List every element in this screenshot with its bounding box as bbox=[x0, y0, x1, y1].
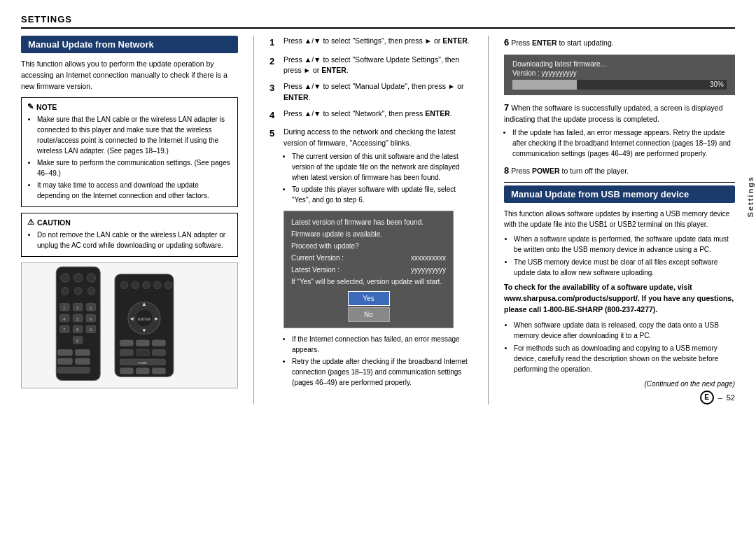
dialog-line-2: Firmware update is available. bbox=[291, 229, 446, 239]
left-column: Manual Update from Network This function… bbox=[21, 36, 238, 405]
svg-text:ENTER: ENTER bbox=[138, 317, 150, 321]
svg-rect-31 bbox=[57, 367, 90, 373]
note-item: Make sure to perform the communication s… bbox=[37, 157, 232, 178]
step-4-content: Press ▲/▼ to select "Network", then pres… bbox=[284, 108, 472, 122]
page-circle: E bbox=[700, 391, 714, 405]
caution-list: Do not remove the LAN cable or the wirel… bbox=[27, 230, 232, 251]
step-5-bullet-2: To update this player software with upda… bbox=[292, 184, 472, 205]
progress-bar-fill bbox=[512, 80, 577, 90]
section-divider bbox=[504, 182, 735, 183]
svg-point-37 bbox=[164, 281, 172, 288]
step-5: 5 During access to the network and check… bbox=[270, 127, 472, 389]
dialog-buttons: Yes No bbox=[291, 291, 446, 322]
step-8-num: 8 bbox=[504, 165, 509, 176]
step-3-num: 3 bbox=[270, 81, 279, 104]
caution-header: CAUTION bbox=[27, 218, 232, 227]
after-dialog-bullet-2: Retry the update after checking if the b… bbox=[292, 356, 472, 388]
step-7-bullets: If the update has failed, an error messa… bbox=[504, 127, 735, 159]
svg-rect-46 bbox=[136, 340, 149, 346]
current-version-value: xxxxxxxxxx bbox=[411, 253, 446, 263]
step-7-bullet-1: If the update has failed, an error messa… bbox=[512, 127, 735, 159]
step-2-content: Press ▲/▼ to select "Software Update Set… bbox=[284, 55, 472, 77]
svg-rect-54 bbox=[136, 368, 149, 374]
note-header: NOTE bbox=[27, 102, 232, 111]
svg-text:8: 8 bbox=[76, 328, 78, 332]
svg-text:9: 9 bbox=[90, 328, 92, 332]
progress-text: 30% bbox=[710, 80, 724, 90]
step-4: 4 Press ▲/▼ to select "Network", then pr… bbox=[270, 108, 472, 122]
usb-extra-bullets: When software update data is released, c… bbox=[504, 320, 735, 374]
svg-text:▼: ▼ bbox=[141, 328, 147, 335]
svg-text:6: 6 bbox=[90, 317, 92, 321]
svg-rect-53 bbox=[120, 368, 133, 374]
usb-bold-note: To check for the availability of a softw… bbox=[504, 282, 735, 315]
svg-rect-29 bbox=[57, 358, 72, 364]
step-2-num: 2 bbox=[270, 55, 279, 77]
note-item: It may take time to access and download … bbox=[37, 180, 232, 201]
left-section-title: Manual Update from Network bbox=[21, 36, 238, 53]
page-number-row: E – 52 bbox=[504, 391, 735, 405]
step-7-num: 7 bbox=[504, 102, 509, 113]
svg-text:4: 4 bbox=[63, 317, 65, 321]
latest-version-value: yyyyyyyyyy bbox=[411, 265, 446, 275]
svg-point-6 bbox=[88, 288, 94, 295]
download-status-box: Downloading latest firmware… Version : y… bbox=[504, 55, 735, 95]
version-label: Version : bbox=[512, 69, 540, 77]
remote-control-image: 1 2 3 4 5 6 7 8 9 0 bbox=[21, 262, 238, 388]
usb-intro-text: This function allows software updates by… bbox=[504, 209, 735, 230]
step-7: 7 When the software is successfully upda… bbox=[504, 101, 735, 159]
usb-extra-bullet-2: For methods such as downloading and copy… bbox=[514, 343, 735, 374]
column-divider-1 bbox=[253, 36, 254, 405]
version-row: Version : yyyyyyyyyy bbox=[512, 69, 727, 77]
dialog-no-button[interactable]: No bbox=[348, 307, 390, 322]
step-6-num: 6 bbox=[504, 37, 509, 48]
step-4-num: 4 bbox=[270, 108, 279, 122]
page-separator: – bbox=[718, 393, 722, 402]
svg-rect-45 bbox=[120, 340, 133, 346]
step-1-content: Press ▲/▼ to select "Settings", then pre… bbox=[284, 36, 472, 50]
svg-rect-49 bbox=[136, 350, 149, 356]
note-box: NOTE Make sure that the LAN cable or the… bbox=[21, 97, 238, 207]
latest-version-label: Latest Version : bbox=[291, 265, 340, 275]
svg-text:0: 0 bbox=[76, 339, 78, 343]
svg-text:HOME: HOME bbox=[139, 362, 148, 365]
caution-item: Do not remove the LAN cable or the wirel… bbox=[37, 230, 232, 251]
step-3: 3 Press ▲/▼ to select "Manual Update", t… bbox=[270, 81, 472, 104]
svg-text:1: 1 bbox=[63, 306, 65, 310]
dialog-note-line: If "Yes" will be selected, version updat… bbox=[291, 276, 446, 287]
step-6: 6 Press ENTER to start updating. bbox=[504, 36, 735, 50]
svg-text:3: 3 bbox=[90, 306, 92, 310]
latest-version-row: Latest Version : yyyyyyyyyy bbox=[291, 265, 446, 275]
step-5-bullets: The current version of this unit softwar… bbox=[284, 151, 472, 205]
usb-bullet-2: The USB memory device must be clear of a… bbox=[514, 257, 735, 278]
svg-text:2: 2 bbox=[76, 306, 78, 310]
svg-rect-30 bbox=[76, 358, 90, 364]
step-1: 1 Press ▲/▼ to select "Settings", then p… bbox=[270, 36, 472, 50]
note-item: Make sure that the LAN cable or the wire… bbox=[37, 114, 232, 156]
version-value: yyyyyyyyyy bbox=[542, 69, 577, 77]
column-divider-2 bbox=[488, 36, 489, 405]
current-version-row: Current Version : xxxxxxxxxx bbox=[291, 253, 446, 263]
svg-rect-47 bbox=[152, 340, 165, 346]
dialog-line-1: Latest version of firmware has been foun… bbox=[291, 217, 446, 227]
page-number: 52 bbox=[727, 393, 735, 402]
page-container: SETTINGS Manual Update from Network This… bbox=[21, 14, 735, 405]
svg-point-5 bbox=[74, 288, 81, 295]
step-5-bullet-1: The current version of this unit softwar… bbox=[292, 151, 472, 183]
svg-rect-48 bbox=[120, 350, 133, 356]
svg-point-35 bbox=[143, 281, 150, 288]
progress-bar-container: 30% bbox=[512, 80, 727, 90]
usb-bullet-1: When a software update is performed, the… bbox=[514, 234, 735, 255]
step-1-num: 1 bbox=[270, 36, 279, 50]
right-column: 6 Press ENTER to start updating. Downloa… bbox=[504, 36, 735, 405]
current-version-label: Current Version : bbox=[291, 253, 344, 263]
step-5-content: During access to the network and checkin… bbox=[284, 127, 472, 389]
page-title: SETTINGS bbox=[21, 14, 735, 29]
svg-point-1 bbox=[61, 274, 70, 283]
svg-point-2 bbox=[74, 274, 83, 283]
dialog-yes-button[interactable]: Yes bbox=[348, 291, 390, 306]
step-8: 8 Press POWER to turn off the player. bbox=[504, 164, 735, 178]
svg-text:▲: ▲ bbox=[141, 300, 147, 307]
svg-point-4 bbox=[62, 288, 69, 295]
usb-section-title: Manual Update from USB memory device bbox=[504, 185, 735, 203]
